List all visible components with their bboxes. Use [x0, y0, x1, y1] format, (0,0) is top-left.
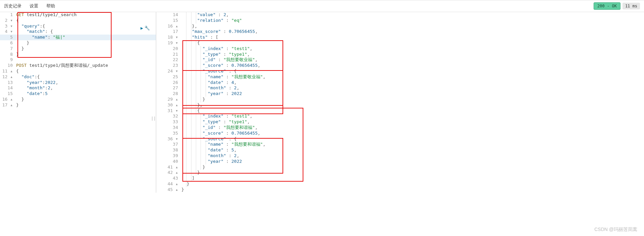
code-line[interactable]: 42 ▴ }	[156, 170, 644, 176]
line-number: 45 ▴	[156, 187, 181, 193]
code-line[interactable]: 16 ▴ }	[0, 97, 156, 102]
code-line[interactable]: 2 ▾{	[0, 18, 156, 23]
code-line[interactable]: 7 }	[0, 46, 156, 52]
response-viewer[interactable]: 14 "value" : 2,15 "relation" : "eq"16 ▴ …	[156, 12, 644, 193]
code-line[interactable]: 3 ▾ "query":{	[0, 23, 156, 29]
request-editor[interactable]: ▶ 🔧 1GET test1/type1/_search2 ▾{3 ▾ "que…	[0, 12, 156, 193]
code-line[interactable]: 19 ▾ {	[156, 40, 644, 46]
code-line[interactable]: 18 ▾ "hits" : [	[156, 35, 644, 40]
line-number: 36 ▾	[156, 136, 181, 142]
line-number: 12 ▴	[0, 74, 16, 80]
line-number: 39	[156, 153, 181, 159]
code-line[interactable]: 26 "date" : 4,	[156, 80, 644, 86]
line-number: 43	[156, 176, 181, 181]
drag-handle-icon[interactable]: ||	[151, 116, 156, 121]
code-line[interactable]: 6 }	[0, 40, 156, 46]
code-line[interactable]: 17 ▴}	[0, 102, 156, 108]
line-number: 29 ▴	[156, 97, 181, 102]
code-line[interactable]: 36 ▾ "_source" : {	[156, 136, 644, 142]
code-line[interactable]: 41 ▴ }	[156, 164, 644, 170]
line-number: 18 ▾	[156, 35, 181, 40]
line-number: 13	[0, 80, 16, 86]
code-line[interactable]: 28 "year" : 2022	[156, 91, 644, 97]
code-line[interactable]: 34 "_id" : "我想要和谐福",	[156, 125, 644, 131]
code-line[interactable]: 1GET test1/type1/_search	[0, 12, 156, 18]
code-line[interactable]: 40 "year" : 2022	[156, 159, 644, 164]
code-line[interactable]: 38 "date" : 5,	[156, 147, 644, 153]
line-number: 40	[156, 159, 181, 164]
code-line[interactable]: 15 "date":5	[0, 91, 156, 97]
code-line[interactable]: 25 "name" : "我想要敬业福",	[156, 74, 644, 80]
line-number: 34	[156, 125, 181, 131]
line-number: 25	[156, 74, 181, 80]
line-number: 15	[0, 91, 16, 97]
code-line[interactable]: 44 ▴ }	[156, 181, 644, 187]
line-number: 37	[156, 142, 181, 147]
code-line[interactable]: 27 "month" : 2,	[156, 85, 644, 91]
line-number: 30 ▴	[156, 102, 181, 108]
line-number: 16 ▴	[0, 97, 16, 102]
line-number: 38	[156, 147, 181, 153]
code-line[interactable]: 45 ▴}	[156, 187, 644, 193]
line-number: 14	[0, 85, 16, 91]
line-number: 4 ▾	[0, 29, 16, 35]
code-line[interactable]: 30 ▴ },	[156, 102, 644, 108]
line-number: 8	[0, 52, 16, 57]
code-line[interactable]: 8}	[0, 52, 156, 57]
header-bar: 历史记录 设置 帮助 200 - OK 11 ms	[0, 0, 644, 12]
line-number: 5	[0, 35, 16, 40]
code-line[interactable]: 31 ▾ {	[156, 108, 644, 114]
line-number: 19 ▾	[156, 40, 181, 46]
code-line[interactable]: 10POST test1/type1/我想要和谐福/_update	[0, 63, 156, 68]
code-line[interactable]: 35 "_score" : 0.70656455,	[156, 131, 644, 136]
line-number: 22	[156, 57, 181, 63]
code-line[interactable]: 21 "_type" : "type1",	[156, 52, 644, 57]
code-line[interactable]: 20 "_index" : "test1",	[156, 46, 644, 52]
code-line[interactable]: 24 ▾ "_source" : {	[156, 68, 644, 74]
line-number: 16 ▴	[156, 23, 181, 29]
status-badge: 200 - OK	[594, 2, 620, 10]
menu-help[interactable]: 帮助	[46, 3, 55, 9]
line-number: 27	[156, 85, 181, 91]
code-line[interactable]: 43 ]	[156, 176, 644, 181]
header-menu: 历史记录 设置 帮助	[4, 3, 55, 9]
line-number: 21	[156, 52, 181, 57]
line-number: 3 ▾	[0, 23, 16, 29]
line-number: 14	[156, 12, 181, 18]
line-number: 11 ▴	[0, 68, 16, 74]
code-line[interactable]: 39 "month" : 2,	[156, 153, 644, 159]
code-line[interactable]: 12 ▴ "doc":{	[0, 74, 156, 80]
code-line[interactable]: 23 "_score" : 0.70656455,	[156, 63, 644, 68]
code-line[interactable]: 14 "value" : 2,	[156, 12, 644, 18]
line-number: 33	[156, 119, 181, 125]
code-line[interactable]: 14 "month":2,	[0, 85, 156, 91]
line-number: 26	[156, 80, 181, 86]
code-line[interactable]: 15 "relation" : "eq"	[156, 18, 644, 23]
line-number: 35	[156, 131, 181, 136]
code-line[interactable]: 9	[0, 57, 156, 63]
code-line[interactable]: 16 ▴ },	[156, 23, 644, 29]
code-line[interactable]: 29 ▴ }	[156, 97, 644, 102]
line-number: 17 ▴	[0, 102, 16, 108]
code-line[interactable]: 4 ▾ "match": {	[0, 29, 156, 35]
code-line[interactable]: 37 "name" : "我想要和谐福",	[156, 142, 644, 147]
code-line[interactable]: 13 "year":2022,	[0, 80, 156, 86]
code-line[interactable]: 33 "_type" : "type1",	[156, 119, 644, 125]
line-number: 10	[0, 63, 16, 68]
menu-settings[interactable]: 设置	[30, 3, 38, 9]
code-line[interactable]: 17 "max_score" : 0.70656455,	[156, 29, 644, 35]
line-number: 42 ▴	[156, 170, 181, 176]
line-number: 41 ▴	[156, 164, 181, 170]
code-line[interactable]: 11 ▴{	[0, 68, 156, 74]
menu-history[interactable]: 历史记录	[4, 3, 22, 9]
code-line[interactable]: 32 "_index" : "test1",	[156, 113, 644, 119]
code-line[interactable]: 22 "_id" : "我想要敬业福",	[156, 57, 644, 63]
line-number: 28	[156, 91, 181, 97]
line-number: 20	[156, 46, 181, 52]
line-number: 15	[156, 18, 181, 23]
line-number: 6	[0, 40, 16, 46]
line-number: 9	[0, 57, 16, 63]
code-line[interactable]: 5 "name": "福|"	[0, 35, 156, 40]
line-number: 17	[156, 29, 181, 35]
line-number: 24 ▾	[156, 68, 181, 74]
